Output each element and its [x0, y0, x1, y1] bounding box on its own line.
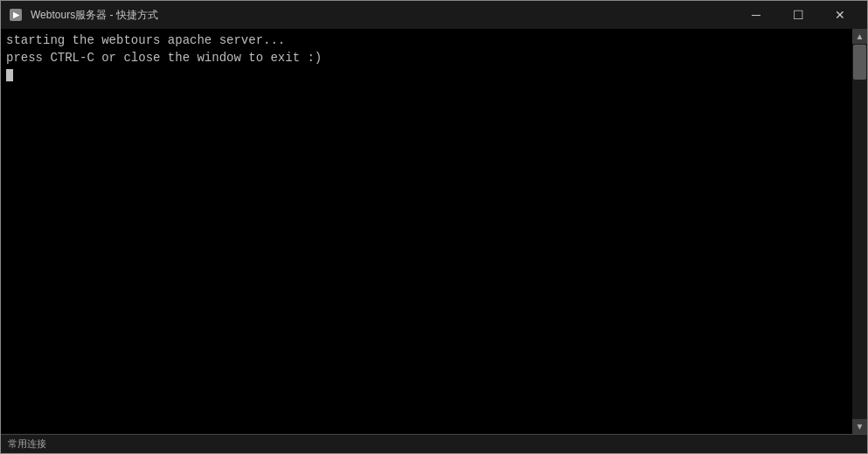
scrollbar[interactable]: ▲ ▼	[852, 29, 867, 434]
status-bar: 常用连接	[1, 434, 867, 453]
scrollbar-up-arrow[interactable]: ▲	[852, 29, 867, 44]
title-bar: ▶ Webtours服务器 - 快捷方式 ─ ☐ ✕	[1, 1, 867, 29]
scrollbar-thumb[interactable]	[853, 45, 866, 80]
cursor-blink	[6, 69, 13, 81]
scrollbar-track[interactable]	[852, 44, 867, 419]
minimize-button[interactable]: ─	[736, 1, 776, 29]
console-line-2: press CTRL-C or close the window to exit…	[6, 51, 322, 65]
window-controls: ─ ☐ ✕	[736, 1, 860, 29]
app-icon: ▶	[8, 7, 24, 23]
app-icon-inner: ▶	[10, 9, 22, 21]
console-area: starting the webtours apache server... p…	[1, 29, 867, 434]
window-title: Webtours服务器 - 快捷方式	[31, 8, 736, 23]
window: ▶ Webtours服务器 - 快捷方式 ─ ☐ ✕ starting the …	[0, 0, 868, 454]
status-text: 常用连接	[8, 437, 46, 451]
maximize-button[interactable]: ☐	[778, 1, 818, 29]
console-output: starting the webtours apache server... p…	[1, 29, 867, 434]
close-button[interactable]: ✕	[820, 1, 860, 29]
console-line-1: starting the webtours apache server...	[6, 33, 285, 47]
scrollbar-down-arrow[interactable]: ▼	[852, 419, 867, 434]
